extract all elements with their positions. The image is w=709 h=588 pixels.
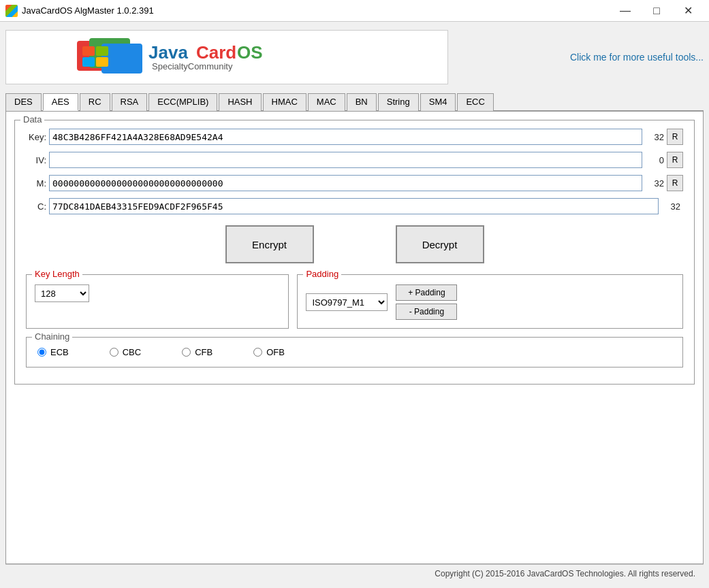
m-input[interactable] [49, 175, 642, 191]
m-count: 32 [645, 178, 664, 189]
radio-cfb-input[interactable] [182, 348, 191, 357]
svg-rect-3 [82, 46, 95, 56]
data-group: Data Key: 32 R IV: 0 R M: 32 R [14, 120, 695, 385]
key-label: Key: [26, 132, 46, 142]
sub-groups-row: Key Length 128 192 256 Padding ISO [26, 274, 683, 329]
padding-buttons: + Padding - Padding [396, 284, 457, 320]
radio-ofb-label: OFB [266, 347, 285, 357]
close-button[interactable]: ✕ [672, 1, 704, 20]
chaining-group: Chaining ECB CBC CFB [26, 337, 683, 368]
tab-ecc[interactable]: ECC [457, 93, 493, 111]
maximize-button[interactable]: □ [641, 1, 672, 20]
main-content: Java Card OS SpecialtyCommunity Click me… [0, 22, 709, 588]
iv-input[interactable] [49, 152, 642, 168]
iv-count: 0 [645, 155, 664, 165]
svg-text:Java: Java [148, 42, 188, 63]
c-input[interactable] [49, 198, 659, 214]
radio-cfb-label: CFB [195, 347, 212, 357]
tab-rc[interactable]: RC [80, 93, 110, 111]
data-group-label: Data [20, 114, 44, 125]
radio-ofb-input[interactable] [253, 348, 262, 357]
footer: Copyright (C) 2015-2016 JavaCardOS Techn… [5, 564, 704, 583]
title-bar-left: JavaCardOS AlgMaster 1.0.2.391 [5, 5, 154, 17]
m-row: M: 32 R [26, 175, 683, 191]
svg-rect-4 [96, 46, 108, 56]
key-length-content: 128 192 256 [35, 282, 280, 302]
logo-svg: Java Card OS SpecialtyCommunity [77, 35, 377, 79]
tabs: DES AES RC RSA ECC(MPLIB) HASH HMAC MAC … [5, 93, 704, 112]
logo-box: Java Card OS SpecialtyCommunity [5, 30, 448, 84]
radio-ecb[interactable]: ECB [37, 347, 69, 357]
app-icon [5, 5, 18, 17]
iv-r-button[interactable]: R [667, 152, 683, 168]
key-length-label: Key Length [32, 269, 82, 279]
svg-rect-6 [96, 57, 108, 67]
padding-group: Padding ISO9797_M1 PKCS5 PKCS7 NoPadding… [297, 274, 683, 329]
tab-sm4[interactable]: SM4 [420, 93, 456, 111]
title-controls: — □ ✕ [610, 1, 704, 20]
decrypt-button[interactable]: Decrypt [396, 225, 484, 263]
key-length-group: Key Length 128 192 256 [26, 274, 289, 329]
tab-hmac[interactable]: HMAC [263, 93, 306, 111]
iv-row: IV: 0 R [26, 152, 683, 168]
encrypt-button[interactable]: Encrypt [225, 225, 314, 263]
tab-aes[interactable]: AES [43, 93, 78, 111]
key-row: Key: 32 R [26, 129, 683, 145]
m-r-button[interactable]: R [667, 175, 683, 191]
c-label: C: [26, 201, 46, 212]
svg-text:OS: OS [237, 42, 263, 63]
tab-bn[interactable]: BN [347, 93, 377, 111]
radio-ecb-label: ECB [50, 347, 69, 357]
svg-rect-5 [82, 57, 95, 67]
tab-ecc-mplib[interactable]: ECC(MPLIB) [148, 93, 217, 111]
tab-string[interactable]: String [378, 93, 419, 111]
key-count: 32 [645, 132, 664, 142]
c-row: C: 32 [26, 198, 683, 214]
tab-hash[interactable]: HASH [219, 93, 261, 111]
key-length-select[interactable]: 128 192 256 [35, 284, 89, 302]
action-row: Encrypt Decrypt [26, 225, 683, 263]
radio-cbc[interactable]: CBC [110, 347, 141, 357]
add-padding-button[interactable]: + Padding [396, 284, 457, 301]
window-title: JavaCardOS AlgMaster 1.0.2.391 [22, 5, 154, 16]
tab-des[interactable]: DES [5, 93, 42, 111]
m-label: M: [26, 178, 46, 189]
padding-select[interactable]: ISO9797_M1 PKCS5 PKCS7 NoPadding [306, 293, 388, 311]
logo-bar: Java Card OS SpecialtyCommunity Click me… [5, 27, 704, 87]
radio-cfb[interactable]: CFB [182, 347, 212, 357]
remove-padding-button[interactable]: - Padding [396, 304, 457, 320]
chaining-label: Chaining [32, 331, 72, 342]
minimize-button[interactable]: — [610, 1, 641, 20]
aes-panel: Data Key: 32 R IV: 0 R M: 32 R [5, 112, 704, 564]
radio-ofb[interactable]: OFB [253, 347, 285, 357]
svg-text:Card: Card [196, 42, 236, 63]
iv-label: IV: [26, 155, 46, 165]
radio-ecb-input[interactable] [37, 348, 46, 357]
svg-text:SpecialtyCommunity: SpecialtyCommunity [152, 61, 233, 71]
c-count: 32 [661, 201, 680, 212]
click-link[interactable]: Click me for more useful tools... [570, 52, 704, 63]
footer-text: Copyright (C) 2015-2016 JavaCardOS Techn… [435, 569, 695, 578]
padding-label: Padding [303, 269, 341, 279]
radio-cbc-input[interactable] [110, 348, 119, 357]
key-input[interactable] [49, 129, 642, 145]
radio-cbc-label: CBC [123, 347, 141, 357]
tab-mac[interactable]: MAC [308, 93, 345, 111]
radio-row: ECB CBC CFB OFB [37, 344, 672, 357]
key-r-button[interactable]: R [667, 129, 683, 145]
tab-rsa[interactable]: RSA [112, 93, 148, 111]
title-bar: JavaCardOS AlgMaster 1.0.2.391 — □ ✕ [0, 0, 709, 22]
padding-content: ISO9797_M1 PKCS5 PKCS7 NoPadding + Paddi… [306, 282, 674, 320]
